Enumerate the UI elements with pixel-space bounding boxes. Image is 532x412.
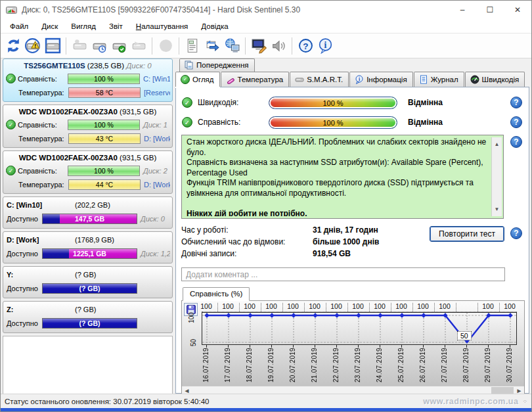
network-icon[interactable] <box>222 36 242 56</box>
tab-журнал[interactable]: Журнал <box>414 72 464 87</box>
sidebar-empty-area <box>3 336 173 394</box>
disk-temp-row: Температура:44 °CD: [Work] <box>5 177 170 191</box>
message-line: Стан жорсткого диска ІДЕАЛЬНИЙ. Проблемн… <box>187 137 491 158</box>
resize-grip[interactable]: ⁘ <box>522 398 527 405</box>
partition-avail-row: Доступно1225,1 GBДиск: 1,2 <box>5 246 170 261</box>
temp-label: Температура: <box>18 181 68 189</box>
partition-name: Y: <box>7 271 75 279</box>
status-message-wrap: Стан жорсткого диска ІДЕАЛЬНИЙ. Проблемн… <box>181 135 525 219</box>
disk-tool-disabled-icon <box>70 36 89 56</box>
chart-value-label: 100 <box>348 302 368 310</box>
health-note: Диск: 1 <box>140 121 170 129</box>
disk-test-ok-icon[interactable] <box>109 36 129 56</box>
app-window: Диск: 0, TS256GMTE110S [59093226F0074735… <box>0 0 532 412</box>
disk-card-1[interactable]: WDC WD1002FAEX-00Z3A0 (931,5 GB) ✓Справн… <box>3 104 173 148</box>
chart-value-label: 100 <box>218 302 238 310</box>
retest-button[interactable]: Повторити тест <box>430 227 504 241</box>
help-icon-meter-1[interactable]: ? <box>510 116 522 128</box>
tab-швидкодія[interactable]: Швидкодія <box>465 72 525 87</box>
refresh-icon[interactable] <box>3 36 23 56</box>
temp-note: D: [Work] <box>141 181 170 189</box>
message-line: Функція TRIM напівпровідникового твердот… <box>187 178 491 198</box>
toolbar-separator <box>152 37 152 55</box>
disk-surface-icon[interactable] <box>43 36 62 56</box>
meter-row-0: ✓Швидкодія:100 %Відмінна? <box>181 95 525 110</box>
chart-value-labels: 1001001001001001001001001001001001001001… <box>202 302 517 312</box>
stat-label: Обчислений час до відмови: <box>181 237 313 249</box>
health-bar: 100 % <box>68 120 140 130</box>
disk-temp-row: Температура:43 °CD: [Work] <box>5 131 170 145</box>
check-icon: ✓ <box>181 75 190 84</box>
meter-label: Справність: <box>198 118 269 127</box>
partition-card-2[interactable]: Y:(? GB)Доступно(? GB) <box>3 266 173 298</box>
health-history-chart: 1001001001001001001001001001001001001001… <box>181 300 525 396</box>
health-bar: 100 % <box>68 166 140 176</box>
stat-row: Довічні записи:918,54 GB <box>181 249 525 261</box>
scroll-down-icon[interactable]: ▼ <box>495 202 500 217</box>
scroll-up-icon[interactable]: ▲ <box>495 137 500 152</box>
tab-температура[interactable]: Температура <box>221 72 290 87</box>
disk-sidebar: TS256GMTE110S (238,5 GB) Диск: 0✓Справні… <box>2 58 173 394</box>
disk-card-2[interactable]: WDC WD1002FAEX-00Z3A0 (931,5 GB) ✓Справн… <box>3 150 173 194</box>
chart-date-label: 27.07.2019 <box>441 348 448 386</box>
main-tabs: ✓ОглядТемператураS.M.A.R.T.iІнформаціяЖу… <box>175 72 529 87</box>
minimize-button[interactable]: – <box>449 1 476 19</box>
meters: ✓Швидкодія:100 %Відмінна?✓Справність:100… <box>181 95 525 129</box>
toolbar-separator <box>292 37 292 55</box>
chart-tab-health[interactable]: Справність (%) <box>183 287 250 301</box>
chart-value-label: 100 <box>305 302 324 310</box>
chart-date-label: 18.07.2019 <box>246 348 253 386</box>
status-message-box: Стан жорсткого диска ІДЕАЛЬНИЙ. Проблемн… <box>181 135 504 219</box>
chart-date-label: 21.07.2019 <box>311 348 318 386</box>
partition-card-1[interactable]: D: [Work](1768,9 GB)Доступно1225,1 GBДис… <box>3 231 173 263</box>
sync-icon[interactable] <box>202 36 222 56</box>
disk-health-row: ✓Справність:100 %Диск: 1 <box>5 118 170 131</box>
partition-card-3[interactable]: Z:(? GB)Доступно(? GB) <box>3 301 173 333</box>
menu-item-0[interactable]: Файл <box>3 20 35 32</box>
help-icon[interactable]: ? <box>296 36 315 56</box>
tab-огляд[interactable]: ✓Огляд <box>175 72 220 87</box>
temp-note: [Reserved <box>141 89 170 97</box>
partition-disk-note: Диск: 0 <box>137 215 170 223</box>
chart-value-label: 100 <box>240 302 259 310</box>
disk-card-0[interactable]: TS256GMTE110S (238,5 GB) Диск: 0✓Справні… <box>3 58 173 102</box>
menu-item-1[interactable]: Диск <box>35 20 64 32</box>
help-icon-message[interactable]: ? <box>510 136 522 148</box>
meter-row-1: ✓Справність:100 %Відмінна? <box>181 115 525 129</box>
menu-item-3[interactable]: Звіт <box>102 20 129 32</box>
tab-s-m-a-r-t-[interactable]: S.M.A.R.T. <box>290 72 349 87</box>
report-icon[interactable] <box>183 36 202 56</box>
tab-alerts[interactable]: Попередження <box>179 58 255 72</box>
toolbar-separator <box>66 37 66 55</box>
comment-input[interactable] <box>181 267 505 281</box>
chart-date-label: 17.07.2019 <box>224 348 231 386</box>
menu-bar: ФайлДискВиглядЗвітНалаштуванняДовідка <box>1 19 531 34</box>
disk-warning-icon[interactable] <box>23 36 43 56</box>
toolbar-separator <box>179 37 179 55</box>
avail-label: Доступно <box>5 319 42 327</box>
meter-rating: Відмінна <box>408 118 443 127</box>
info-icon[interactable]: i <box>315 36 335 56</box>
menu-item-2[interactable]: Вигляд <box>64 20 102 32</box>
maximize-button[interactable]: ☐ <box>476 1 504 19</box>
chart-value-label: 100 <box>196 302 216 310</box>
chart-value-label: 100 <box>413 302 433 310</box>
message-scrollbar[interactable]: ▲▼ <box>491 137 502 216</box>
meter-label: Швидкодія: <box>198 98 269 107</box>
partition-card-0[interactable]: C: [Win10](202,2 GB)Доступно147,5 GBДиск… <box>3 196 173 229</box>
menu-item-4[interactable]: Налаштування <box>129 20 195 32</box>
help-icon-meter-0[interactable]: ? <box>510 97 522 108</box>
temp-bar: 43 °C <box>68 133 141 144</box>
menu-item-5[interactable]: Довідка <box>194 20 234 32</box>
desktop-tools-icon[interactable] <box>249 36 269 56</box>
sound-icon[interactable] <box>269 36 288 56</box>
disk-schedule-icon[interactable] <box>89 36 109 56</box>
status-text: Статус останнього оновлення: 30.07.2019 … <box>5 398 423 405</box>
chart-value-label: 100 <box>261 302 281 310</box>
stat-value: більше 1000 днів <box>313 237 379 249</box>
help-icon-stats[interactable]: ? <box>510 227 522 239</box>
close-button[interactable]: ✕ <box>504 1 531 19</box>
tab-інформація[interactable]: iІнформація <box>349 72 412 87</box>
chart-value-label: 100 <box>326 302 346 310</box>
partition-avail-row: Доступно147,5 GBДиск: 0 <box>5 212 170 226</box>
